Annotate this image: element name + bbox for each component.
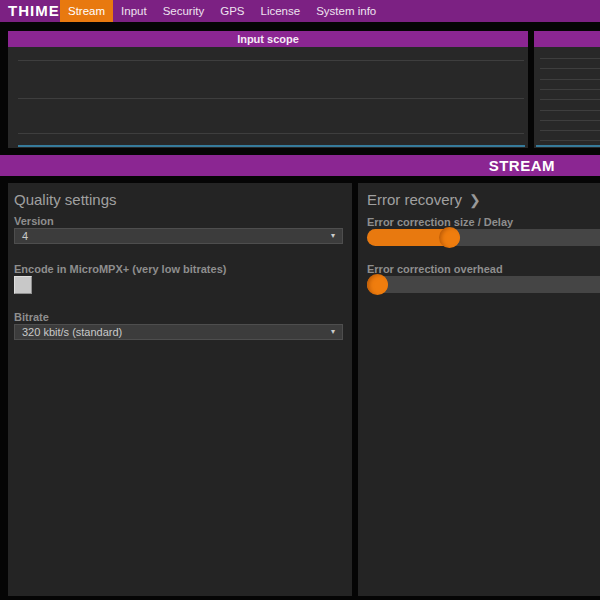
input-scope-display [8,47,528,148]
error-recovery-title-text: Error recovery [367,191,462,208]
error-correction-overhead-slider[interactable] [367,276,600,293]
slider-thumb[interactable] [439,227,460,248]
scope-gridline [540,120,600,121]
scope-gridline [18,60,524,61]
scope-gridline [540,68,600,69]
bitrate-select-value: 320 kbit/s (standard) [22,325,331,339]
chevron-down-icon: ▾ [331,229,342,243]
top-nav-bar: THIMEO StreamInputSecurityGPSLicenseSyst… [0,0,600,22]
scope-gridline [540,89,600,90]
scope-trace-line [18,145,525,147]
tab-security[interactable]: Security [155,0,213,22]
error-correction-size-slider[interactable] [367,229,600,246]
scope-gridline [540,130,600,131]
slider-thumb[interactable] [367,274,388,295]
error-recovery-title[interactable]: Error recovery❯ [367,191,481,208]
secondary-scope-display [534,47,600,148]
scope-gridline [540,58,600,59]
chevron-down-icon: ▾ [331,325,342,339]
quality-settings-title: Quality settings [14,191,117,208]
scope-trace-line [536,145,600,147]
scope-gridline [540,140,600,141]
secondary-scope-header [534,31,600,47]
secondary-scope-panel [534,31,600,148]
tab-license[interactable]: License [253,0,309,22]
input-scope-header: Input scope [8,31,528,47]
scope-gridline [540,79,600,80]
error-recovery-panel: Error recovery❯ Error correction size / … [358,183,600,596]
tab-stream[interactable]: Stream [60,0,113,22]
bitrate-select[interactable]: 320 kbit/s (standard) ▾ [14,324,343,340]
micrompx-label: Encode in MicroMPX+ (very low bitrates) [14,263,226,275]
scope-gridline [540,99,600,100]
nav-tabs: StreamInputSecurityGPSLicenseSystem info [60,0,384,22]
quality-settings-panel: Quality settings Version 4 ▾ Encode in M… [8,183,352,596]
stream-section-banner: STREAM [0,155,600,176]
chevron-right-icon: ❯ [469,192,481,208]
thimeo-logo: THIMEO [0,0,60,22]
micrompx-checkbox[interactable] [14,276,32,294]
input-scope-panel: Input scope [8,31,528,148]
tab-input[interactable]: Input [113,0,155,22]
version-select-value: 4 [22,229,331,243]
scope-gridline [18,133,524,134]
bitrate-label: Bitrate [14,311,49,323]
error-correction-overhead-label: Error correction overhead [367,263,503,275]
version-select[interactable]: 4 ▾ [14,228,343,244]
tab-gps[interactable]: GPS [212,0,252,22]
version-label: Version [14,215,54,227]
scope-gridline [540,110,600,111]
tab-system-info[interactable]: System info [308,0,384,22]
error-correction-size-label: Error correction size / Delay [367,216,513,228]
scope-gridline [18,98,524,99]
